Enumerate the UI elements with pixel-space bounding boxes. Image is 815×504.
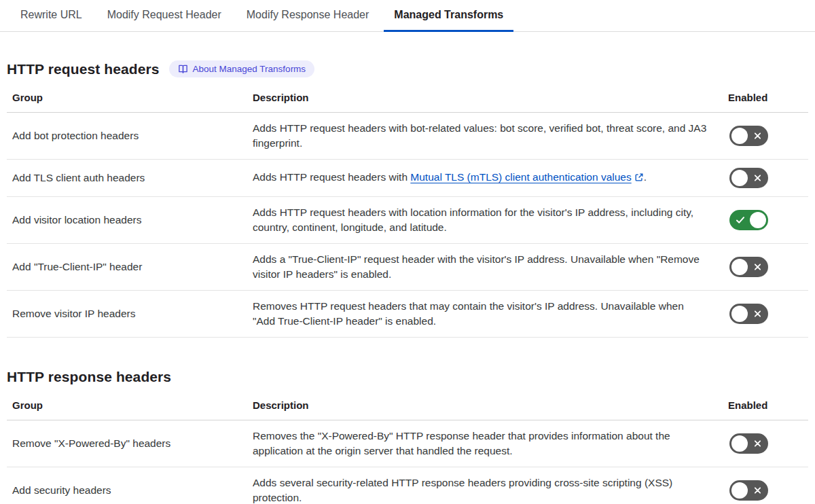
description-text: Adds HTTP request headers with bot-relat…	[253, 113, 728, 160]
description-text: Adds several security-related HTTP respo…	[253, 467, 728, 504]
x-icon	[754, 264, 761, 271]
section-title-http-response-headers: HTTP response headers	[7, 369, 171, 385]
group-label: Add visitor location headers	[7, 197, 253, 244]
tab-bar: Rewrite URL Modify Request Header Modify…	[0, 0, 815, 32]
response-section-header: HTTP response headers	[0, 369, 815, 385]
toggle-add-security-headers[interactable]	[729, 480, 768, 501]
column-header-description: Description	[253, 86, 728, 113]
toggle-knob	[731, 306, 748, 322]
toggle-knob	[731, 482, 748, 499]
request-section-header: HTTP request headers About Managed Trans…	[0, 60, 815, 77]
toggle-add-true-client-ip-header[interactable]	[729, 257, 768, 277]
table-header-row: Group Description Enabled	[7, 86, 808, 113]
book-icon	[178, 64, 188, 74]
group-label: Remove visitor IP headers	[7, 291, 253, 338]
column-header-group: Group	[7, 86, 253, 113]
toggle-knob	[731, 170, 748, 186]
tab-managed-transforms[interactable]: Managed Transforms	[384, 0, 513, 32]
tab-modify-request-header[interactable]: Modify Request Header	[97, 0, 232, 32]
description-text: Adds a "True-Client-IP" request header w…	[253, 244, 728, 291]
description-text: Adds HTTP request headers with location …	[253, 197, 728, 244]
mtls-client-auth-values-link[interactable]: Mutual TLS (mTLS) client authentication …	[410, 171, 631, 183]
x-icon	[754, 175, 761, 182]
toggle-remove-x-powered-by-headers[interactable]	[729, 433, 768, 454]
toggle-knob	[731, 259, 748, 275]
toggle-knob	[731, 128, 748, 144]
x-icon	[754, 440, 761, 448]
check-icon	[736, 217, 745, 224]
table-row-add-bot-protection-headers: Add bot protection headers Adds HTTP req…	[7, 113, 808, 160]
toggle-add-bot-protection-headers[interactable]	[729, 126, 768, 146]
toggle-knob	[731, 435, 748, 452]
toggle-remove-visitor-ip-headers[interactable]	[729, 304, 768, 324]
http-response-headers-section: HTTP response headers Group Description …	[0, 369, 815, 504]
external-link-icon	[634, 171, 644, 186]
column-header-description: Description	[253, 394, 728, 420]
table-row-add-visitor-location-headers: Add visitor location headers Adds HTTP r…	[7, 197, 808, 244]
x-icon	[754, 310, 761, 318]
description-text: Adds HTTP request headers with Mutual TL…	[253, 160, 728, 197]
column-header-enabled: Enabled	[728, 394, 808, 420]
response-headers-table: Group Description Enabled Remove "X-Powe…	[7, 394, 808, 504]
group-label: Remove "X-Powered-By" headers	[7, 420, 253, 467]
group-label: Add security headers	[7, 467, 253, 504]
description-prefix: Adds HTTP request headers with	[253, 171, 410, 183]
table-row-add-security-headers: Add security headers Adds several securi…	[7, 467, 808, 504]
http-request-headers-section: HTTP request headers About Managed Trans…	[0, 60, 815, 338]
tab-modify-response-header[interactable]: Modify Response Header	[236, 0, 380, 32]
table-row-remove-x-powered-by-headers: Remove "X-Powered-By" headers Removes th…	[7, 420, 808, 467]
x-icon	[754, 487, 761, 494]
description-text: Removes HTTP request headers that may co…	[253, 291, 728, 338]
badge-label: About Managed Transforms	[193, 64, 306, 74]
table-row-add-tls-client-auth-headers: Add TLS client auth headers Adds HTTP re…	[7, 160, 808, 197]
about-managed-transforms-link[interactable]: About Managed Transforms	[169, 60, 315, 77]
toggle-add-visitor-location-headers[interactable]	[729, 210, 768, 230]
description-text: Removes the "X-Powered-By" HTTP response…	[253, 420, 728, 467]
column-header-group: Group	[7, 394, 253, 420]
tab-rewrite-url[interactable]: Rewrite URL	[10, 0, 92, 32]
column-header-enabled: Enabled	[728, 86, 808, 113]
table-row-remove-visitor-ip-headers: Remove visitor IP headers Removes HTTP r…	[7, 291, 808, 338]
table-row-add-true-client-ip-header: Add "True-Client-IP" header Adds a "True…	[7, 244, 808, 291]
group-label: Add bot protection headers	[7, 113, 253, 160]
x-icon	[754, 132, 761, 140]
toggle-knob	[750, 212, 766, 228]
request-headers-table: Group Description Enabled Add bot protec…	[7, 86, 808, 338]
group-label: Add TLS client auth headers	[7, 160, 253, 197]
section-title-http-request-headers: HTTP request headers	[7, 61, 160, 77]
description-suffix: .	[644, 171, 647, 183]
table-header-row: Group Description Enabled	[7, 394, 808, 420]
toggle-add-tls-client-auth-headers[interactable]	[729, 168, 768, 188]
group-label: Add "True-Client-IP" header	[7, 244, 253, 291]
